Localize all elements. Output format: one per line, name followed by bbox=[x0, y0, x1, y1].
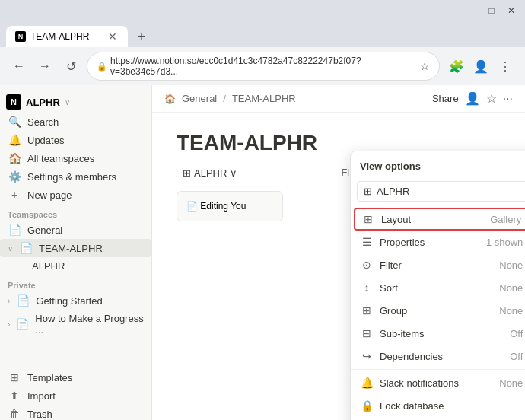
sort-label: Sort bbox=[380, 282, 493, 294]
slack-value: None bbox=[499, 377, 523, 389]
getting-started-chevron: › bbox=[8, 297, 10, 305]
group-value: None bbox=[499, 305, 523, 317]
active-tab[interactable]: N TEAM-ALPHR ✕ bbox=[6, 26, 128, 47]
browser-actions: 🧩 👤 ⋮ bbox=[446, 56, 516, 77]
panel-divider-1 bbox=[351, 369, 525, 370]
sidebar-item-teamspaces[interactable]: 🏠 All teamspaces bbox=[0, 149, 151, 167]
reload-button[interactable]: ↺ bbox=[61, 56, 81, 76]
share-button[interactable]: Share bbox=[432, 93, 459, 104]
sidebar-item-newpage[interactable]: + New page bbox=[0, 186, 151, 204]
progress-icon: 📄 bbox=[16, 318, 29, 330]
sidebar-newpage-label: New page bbox=[27, 189, 72, 201]
view-name-input[interactable]: ⊞ ALPHR bbox=[357, 181, 525, 202]
sidebar-item-alphr[interactable]: ALPHR bbox=[0, 257, 151, 275]
panel-item-slack[interactable]: 🔔 Slack notifications None › bbox=[351, 371, 525, 394]
panel-item-filter[interactable]: ⊙ Filter None › bbox=[351, 253, 525, 276]
sidebar-item-progress[interactable]: › 📄 How to Make a Progress ... bbox=[0, 310, 151, 339]
view-options-panel: View options ✕ ⊞ ALPHR ⊞ Layout Gallery … bbox=[350, 151, 525, 420]
view-name-icon: ⊞ bbox=[364, 186, 372, 197]
title-bar: ─ □ ✕ bbox=[0, 0, 525, 21]
settings-icon: ⚙️ bbox=[8, 170, 21, 183]
sidebar-item-trash[interactable]: 🗑 Trash bbox=[0, 405, 151, 420]
sidebar-progress-label: How to Make a Progress ... bbox=[35, 313, 144, 336]
db-view-button[interactable]: ⊞ ALPHR ∨ bbox=[177, 164, 243, 182]
sidebar-trash-label: Trash bbox=[27, 409, 52, 420]
more-icon[interactable]: ··· bbox=[503, 92, 513, 106]
sidebar-item-team-alphr[interactable]: ∨ 📄 TEAM-ALPHR bbox=[0, 239, 151, 257]
panel-item-copy-link[interactable]: 🔗 Copy link to view bbox=[351, 417, 525, 420]
extensions-button[interactable]: 🧩 bbox=[446, 56, 467, 77]
panel-header: View options ✕ bbox=[351, 151, 525, 178]
main-content: 🏠 General / TEAM-ALPHR Share 👤 ☆ ··· TEA… bbox=[152, 85, 525, 420]
filter-value: None bbox=[499, 259, 523, 271]
close-button[interactable]: ✕ bbox=[504, 3, 519, 18]
group-icon: ⊞ bbox=[360, 304, 374, 317]
breadcrumb-separator: / bbox=[223, 93, 226, 104]
private-section-label: Private bbox=[0, 275, 151, 291]
panel-item-lock[interactable]: 🔒 Lock database bbox=[351, 394, 525, 417]
workspace-selector[interactable]: N ALPHR ∨ bbox=[0, 91, 151, 113]
panel-item-group[interactable]: ⊞ Group None › bbox=[351, 299, 525, 322]
panel-item-layout[interactable]: ⊞ Layout Gallery › bbox=[354, 208, 525, 231]
team-alphr-chevron: ∨ bbox=[8, 244, 13, 253]
sidebar: N ALPHR ∨ 🔍 Search 🔔 Updates 🏠 All teams… bbox=[0, 85, 152, 420]
sidebar-settings-label: Settings & members bbox=[27, 171, 116, 183]
panel-item-subitems[interactable]: ⊟ Sub-items Off › bbox=[351, 322, 525, 345]
sidebar-item-templates[interactable]: ⊞ Templates bbox=[0, 368, 151, 387]
panel-item-dependencies[interactable]: ↪ Dependencies Off › bbox=[351, 345, 525, 368]
workspace-logo: N bbox=[6, 94, 21, 110]
breadcrumb-parent: General bbox=[182, 93, 217, 104]
layout-label: Layout bbox=[381, 214, 484, 225]
tab-favicon: N bbox=[15, 31, 26, 42]
breadcrumb-home-icon: 🏠 bbox=[164, 94, 176, 104]
breadcrumb-current: TEAM-ALPHR bbox=[232, 93, 296, 104]
slack-icon: 🔔 bbox=[360, 377, 374, 389]
sidebar-teamspaces-label: All teamspaces bbox=[27, 153, 94, 164]
tab-bar: N TEAM-ALPHR ✕ + bbox=[0, 21, 525, 47]
search-icon: 🔍 bbox=[8, 116, 21, 128]
import-icon: ⬆ bbox=[8, 390, 21, 402]
layout-icon: ⊞ bbox=[361, 213, 375, 225]
templates-icon: ⊞ bbox=[8, 371, 21, 383]
getting-started-icon: 📄 bbox=[16, 294, 30, 307]
menu-button[interactable]: ⋮ bbox=[495, 56, 516, 77]
general-icon: 📄 bbox=[8, 224, 21, 236]
sidebar-item-getting-started[interactable]: › 📄 Getting Started bbox=[0, 291, 151, 310]
properties-value: 1 shown bbox=[486, 237, 523, 248]
page-header: 🏠 General / TEAM-ALPHR Share 👤 ☆ ··· bbox=[152, 85, 525, 113]
url-text: https://www.notion.so/ecc0c1d41c3c4782a4… bbox=[110, 56, 417, 77]
sidebar-templates-label: Templates bbox=[27, 372, 72, 383]
view-name-text: ALPHR bbox=[377, 186, 409, 197]
star-icon[interactable]: ☆ bbox=[486, 91, 497, 106]
sidebar-import-label: Import bbox=[27, 390, 56, 402]
sidebar-item-search[interactable]: 🔍 Search bbox=[0, 113, 151, 131]
dependencies-icon: ↪ bbox=[360, 350, 374, 362]
tab-close-button[interactable]: ✕ bbox=[107, 30, 119, 43]
gallery-card-text: Editing You bbox=[200, 201, 246, 212]
sidebar-item-import[interactable]: ⬆ Import bbox=[0, 387, 151, 405]
user-icon[interactable]: 👤 bbox=[465, 91, 480, 106]
db-view-chevron: ∨ bbox=[230, 167, 237, 179]
sidebar-item-general[interactable]: 📄 General bbox=[0, 221, 151, 239]
panel-item-properties[interactable]: ☰ Properties 1 shown › bbox=[351, 231, 525, 253]
sidebar-updates-label: Updates bbox=[27, 135, 64, 146]
group-label: Group bbox=[380, 305, 493, 317]
bookmark-icon[interactable]: ☆ bbox=[420, 60, 430, 72]
minimize-button[interactable]: ─ bbox=[464, 3, 479, 18]
url-bar[interactable]: 🔒 https://www.notion.so/ecc0c1d41c3c4782… bbox=[87, 52, 440, 81]
sidebar-item-updates[interactable]: 🔔 Updates bbox=[0, 131, 151, 149]
subitems-value: Off bbox=[510, 328, 523, 339]
new-tab-button[interactable]: + bbox=[131, 26, 152, 47]
panel-item-sort[interactable]: ↕ Sort None › bbox=[351, 276, 525, 299]
back-button[interactable]: ← bbox=[9, 56, 29, 76]
updates-icon: 🔔 bbox=[8, 134, 21, 146]
gallery-card[interactable]: 📄 Editing You bbox=[177, 191, 283, 221]
maximize-button[interactable]: □ bbox=[484, 3, 499, 18]
sidebar-getting-started-label: Getting Started bbox=[36, 295, 102, 307]
lock-label: Lock database bbox=[380, 400, 525, 412]
forward-button[interactable]: → bbox=[35, 56, 55, 76]
profile-button[interactable]: 👤 bbox=[470, 56, 492, 77]
sidebar-item-settings[interactable]: ⚙️ Settings & members bbox=[0, 167, 151, 186]
teamspaces-section-label: Teamspaces bbox=[0, 204, 151, 221]
page-header-actions: Share 👤 ☆ ··· bbox=[432, 91, 513, 106]
